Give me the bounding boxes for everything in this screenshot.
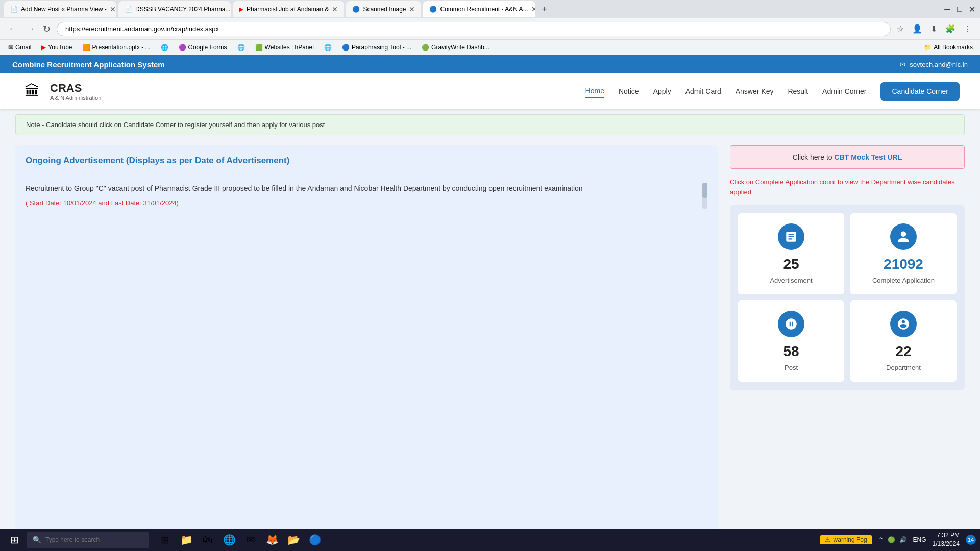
bookmark-presentation[interactable]: 🟧 Presentation.pptx - ...	[79, 43, 155, 52]
cbt-mock-box[interactable]: Click here to CBT Mock Test URL	[730, 145, 965, 169]
stat-card-complete-application[interactable]: 21092 Complete Application	[850, 213, 957, 294]
scroll-thumb	[702, 183, 707, 198]
extension-icon[interactable]: 🧩	[943, 22, 958, 36]
bookmark-star-icon[interactable]: ☆	[895, 22, 906, 36]
nav-notice[interactable]: Notice	[619, 85, 639, 97]
note-text: Note - Candidate should click on Candida…	[26, 121, 325, 129]
cbt-mock-link[interactable]: CBT Mock Test URL	[834, 153, 902, 161]
nav-apply[interactable]: Apply	[653, 85, 671, 97]
nav-admin-corner[interactable]: Admin Corner	[822, 85, 866, 97]
site-top-bar: Combine Recruitment Application System ✉…	[0, 55, 980, 73]
download-icon[interactable]: ⬇	[928, 22, 939, 36]
close-button[interactable]: ✕	[968, 5, 976, 13]
taskbar-app-firefox[interactable]: 🦊	[262, 530, 282, 549]
taskbar-app-store[interactable]: 🛍	[198, 530, 217, 549]
bookmark-gravitywrite[interactable]: 🟢 GravityWrite Dashb...	[418, 43, 494, 52]
logo-sub-text: A & N Administration	[50, 95, 101, 101]
start-button[interactable]: ⊞	[4, 531, 24, 549]
bookmark-gmail[interactable]: ✉ Gmail	[4, 43, 35, 52]
advertisement-stat-label: Advertisement	[770, 277, 812, 284]
all-bookmarks[interactable]: 📁 All Bookmarks	[921, 43, 976, 52]
nav-admit-card[interactable]: Admit Card	[685, 85, 721, 97]
stat-card-department[interactable]: 22 Department	[850, 300, 957, 382]
adv-scroll-area[interactable]: Recruitment to Group "C" vacant post of …	[26, 183, 707, 209]
site-email: ✉ sovtech.and@nic.in	[900, 61, 968, 68]
tab-1-close[interactable]: ✕	[110, 5, 116, 13]
bookmark-globe3[interactable]: 🌐	[320, 43, 336, 52]
browser-title-bar: 📄 Add New Post « Pharma View - ✕ 📄 DSSSB…	[0, 0, 980, 18]
gforms-icon: 🟣	[179, 44, 186, 51]
gravitywrite-icon: 🟢	[422, 44, 429, 51]
taskbar: ⊞ 🔍 ⊞ 📁 🛍 🌐 ✉ 🦊 📂 🔵 ⚠ warning Fog ⌃ 🟢 🔊 …	[0, 529, 980, 551]
menu-icon[interactable]: ⋮	[962, 22, 974, 36]
department-stat-icon	[890, 311, 917, 337]
taskbar-app-folder[interactable]: 📂	[284, 530, 303, 549]
language-indicator: ENG	[913, 536, 926, 543]
bookmark-gforms[interactable]: 🟣 Google Forms	[175, 43, 231, 52]
taskbar-time: 7:32 PM	[933, 531, 960, 540]
taskbar-search-icon: 🔍	[33, 536, 41, 544]
taskbar-search-box[interactable]: 🔍	[27, 532, 149, 548]
tab-3[interactable]: ▶ Pharmacist Job at Andaman & ✕	[233, 1, 344, 17]
fog-warning: ⚠ warning Fog	[820, 535, 872, 544]
tab-5-label: Common Recruitment - A&N A...	[440, 6, 528, 13]
all-bookmarks-label: All Bookmarks	[934, 44, 973, 51]
window-controls: ─ □ ✕	[943, 5, 976, 13]
emblem-icon: 🏛	[20, 79, 44, 104]
candidate-corner-button[interactable]: Candidate Corner	[880, 82, 960, 101]
fog-warning-text: warning Fog	[834, 536, 867, 543]
taskbar-app-views[interactable]: ⊞	[155, 530, 175, 549]
presentation-icon: 🟧	[83, 44, 90, 51]
tab-4-close[interactable]: ✕	[409, 5, 415, 13]
tab-1[interactable]: 📄 Add New Post « Pharma View - ✕	[4, 1, 116, 17]
profile-icon[interactable]: 👤	[910, 22, 924, 36]
tab-4[interactable]: 🔵 Scanned Image ✕	[346, 1, 421, 17]
bookmark-youtube-label: YouTube	[48, 44, 72, 51]
maximize-button[interactable]: □	[955, 5, 964, 13]
bookmark-youtube[interactable]: ▶ YouTube	[37, 43, 76, 52]
refresh-button[interactable]: ↻	[41, 21, 53, 37]
forward-button[interactable]: →	[23, 21, 37, 36]
stat-card-advertisement[interactable]: 25 Advertisement	[738, 213, 844, 294]
taskbar-app-file-explorer[interactable]: 📁	[177, 530, 196, 549]
department-stat-label: Department	[886, 364, 921, 371]
taskbar-app-edge[interactable]: 🌐	[219, 530, 239, 549]
bookmark-paraphrase-label: Paraphrasing Tool - ...	[352, 44, 411, 51]
nav-answer-key[interactable]: Answer Key	[736, 85, 774, 97]
new-tab-button[interactable]: +	[537, 2, 551, 17]
globe3-icon: 🌐	[324, 44, 332, 51]
bookmark-paraphrase[interactable]: 🔵 Paraphrasing Tool - ...	[338, 43, 415, 52]
tab-3-close[interactable]: ✕	[332, 5, 338, 13]
complete-application-stat-number: 21092	[884, 256, 923, 272]
tab-5-close[interactable]: ✕	[531, 5, 536, 13]
bookmark-globe2[interactable]: 🌐	[233, 43, 249, 52]
scroll-indicator[interactable]	[702, 183, 707, 209]
tab-2-icon: 📄	[125, 6, 132, 13]
department-stat-number: 22	[895, 343, 911, 360]
toolbar-icons: ☆ 👤 ⬇ 🧩 ⋮	[895, 22, 974, 36]
nav-home[interactable]: Home	[585, 85, 604, 98]
notification-badge[interactable]: 14	[966, 535, 976, 545]
taskbar-app-mail[interactable]: ✉	[241, 530, 260, 549]
email-icon: ✉	[900, 61, 905, 68]
tray-volume-icon[interactable]: 🔊	[899, 536, 907, 543]
tab-5[interactable]: 🔵 Common Recruitment - A&N A... ✕	[423, 1, 535, 17]
stat-card-post[interactable]: 58 Post	[738, 300, 844, 382]
taskbar-date: 1/13/2024	[933, 540, 960, 548]
tray-arrow-icon[interactable]: ⌃	[878, 536, 884, 543]
bookmark-hpanel[interactable]: 🟩 Websites | hPanel	[251, 43, 318, 52]
back-button[interactable]: ←	[6, 21, 19, 36]
all-bookmarks-icon: 📁	[924, 44, 932, 51]
hpanel-icon: 🟩	[255, 44, 263, 51]
taskbar-app-chrome[interactable]: 🔵	[305, 530, 325, 549]
post-stat-number: 58	[783, 343, 799, 360]
complete-application-stat-icon	[890, 223, 917, 250]
site-title: Combine Recruitment Application System	[12, 60, 165, 69]
taskbar-search-input[interactable]	[45, 536, 143, 543]
address-input[interactable]	[57, 22, 891, 36]
site-logo: 🏛 CRAS A & N Administration	[20, 79, 101, 104]
tab-2[interactable]: 📄 DSSSB VACANCY 2024 Pharma... ✕	[118, 1, 231, 17]
minimize-button[interactable]: ─	[943, 5, 951, 13]
nav-result[interactable]: Result	[788, 85, 808, 97]
bookmark-globe1[interactable]: 🌐	[157, 43, 173, 52]
